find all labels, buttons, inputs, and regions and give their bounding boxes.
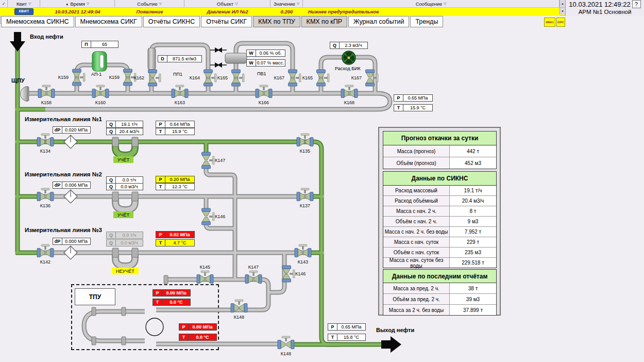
table-title: Прогноз откачки за сутки	[383, 131, 496, 145]
bik-turbine-hub	[348, 57, 350, 59]
pipe	[15, 142, 382, 344]
needle-valve-icon	[210, 62, 227, 68]
oil-inlet-arrow-icon	[10, 32, 25, 52]
table-sikns: Данные по СИКНСРасход массовый19.1 т/чРа…	[383, 171, 497, 268]
pipe-flange	[164, 275, 168, 284]
pipe	[84, 311, 145, 341]
table-row: Масса с нач. 2 ч.8 т	[383, 206, 496, 216]
scada-screen: ✓Квит▽▲Время▽Событие▽Объект▽Значение▽Соо…	[0, 0, 644, 362]
pipe	[268, 254, 284, 292]
valve-К148[interactable]	[278, 336, 294, 349]
table-row: Расход массовый19.1 т/ч	[383, 186, 496, 195]
tpu-label-box[interactable]: ТПУ	[75, 288, 115, 305]
table-forecast: Прогноз откачки за суткиМасса (прогноз)4…	[383, 131, 497, 169]
table-row-value: 8 т	[450, 206, 496, 216]
pv1-moisture-meter-icon[interactable]	[225, 53, 247, 63]
pipe-flange	[112, 137, 118, 146]
table-row-label: Объём с нач. суток	[383, 248, 450, 257]
table-row-value: 452 м3	[450, 157, 496, 169]
table-row: Объём за пред. 2 ч.39 м3	[383, 293, 496, 304]
table-row-label: Масса (прогноз)	[383, 145, 450, 157]
table-row-value: 20.4 м3/ч	[450, 196, 496, 206]
table-row-value: 38 т	[450, 283, 496, 293]
table-row-value: 7.952 т	[450, 227, 496, 237]
table-row-value: 229 т	[450, 237, 496, 247]
pipe-flange	[92, 307, 96, 316]
pipe-flange	[132, 248, 138, 257]
table-row: Масса (прогноз)442 т	[383, 145, 496, 157]
needle-valve-icon	[210, 47, 227, 53]
pipe-flange	[92, 337, 96, 345]
pipe	[15, 142, 382, 344]
table-row-label: Объём за пред. 2 ч.	[383, 294, 450, 304]
table-row: Масса с нач. суток229 т	[383, 237, 496, 247]
table-row-label: Масса с нач. 2 ч.	[383, 206, 450, 216]
table-row: Расход объёмный20.4 м3/ч	[383, 195, 496, 206]
prover-sphere-detector-icon	[146, 318, 163, 336]
ap1-sight-glass	[100, 55, 104, 68]
pipe-flange	[112, 192, 118, 201]
table-row-label: Масса за 2 ч. без воды	[383, 305, 450, 315]
pipe-flange	[132, 192, 138, 201]
table-row-value: 235 м3	[450, 248, 496, 257]
pipe	[28, 93, 390, 109]
table-row-value: 19.1 т/ч	[450, 186, 496, 195]
pipe-flange	[122, 337, 126, 345]
pipe-flange	[112, 248, 118, 257]
data-panel: Прогноз откачки за суткиМасса (прогноз)4…	[378, 127, 501, 316]
table-title: Данные по последним отчётам	[383, 270, 496, 283]
pipe-flange	[132, 137, 138, 146]
table-row-value: 37.899 т	[450, 305, 496, 315]
table-row: Масса с нач. 2 ч. без воды7.952 т	[383, 226, 496, 237]
pipe	[28, 93, 390, 109]
shpu-probe-icon[interactable]	[21, 87, 28, 102]
valve-К146[interactable]	[202, 208, 215, 225]
table-reports: Данные по последним отчётамМасса за пред…	[383, 269, 497, 316]
table-title: Данные по СИКНС	[383, 172, 496, 186]
valve-К147[interactable]	[202, 152, 215, 169]
table-row-value: 39 м3	[450, 294, 496, 304]
table-row-label: Объём с нач. 2 ч.	[383, 217, 450, 226]
tpu-label: ТПУ	[89, 293, 101, 301]
pipe	[156, 279, 268, 310]
table-row: Объём с нач. 2 ч.9 м3	[383, 216, 496, 226]
table-row-label: Масса за пред. 2 ч.	[383, 283, 450, 293]
mnemoscheme	[0, 0, 644, 362]
table-row: Объём (прогноз)452 м3	[383, 157, 496, 169]
equipment	[10, 32, 401, 353]
table-row: Объём с нач. суток235 м3	[383, 247, 496, 257]
pp1-densitometer-icon[interactable]	[148, 48, 156, 70]
table-row-label: Объём (прогноз)	[383, 157, 450, 169]
pipe	[84, 311, 145, 341]
table-row-label: Расход объёмный	[383, 196, 450, 206]
table-row-label: Масса с нач. 2 ч. без воды	[383, 227, 450, 237]
table-row-value: 442 т	[450, 145, 496, 157]
table-row-label: Масса с нач. суток без воды	[383, 258, 450, 268]
pipe-flange	[122, 307, 126, 316]
table-row-value: 9 м3	[450, 217, 496, 226]
table-row: Масса за пред. 2 ч.38 т	[383, 283, 496, 293]
pipe	[156, 279, 268, 310]
table-row-label: Расход массовый	[383, 186, 450, 195]
oil-outlet-arrow-icon	[381, 336, 401, 353]
pipe	[268, 254, 284, 292]
table-row-value: 229.518 т	[450, 258, 496, 268]
ap1-vessel-icon[interactable]	[92, 52, 107, 71]
table-row: Масса с нач. суток без воды229.518 т	[383, 257, 496, 268]
table-row: Масса за 2 ч. без воды37.899 т	[383, 304, 496, 315]
table-row-label: Масса с нач. суток	[383, 237, 450, 247]
